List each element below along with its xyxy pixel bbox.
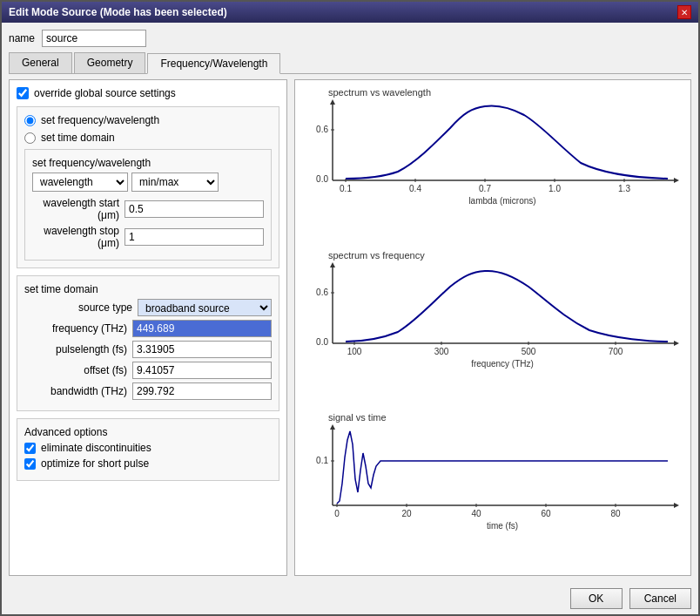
svg-text:60: 60 [541, 509, 551, 518]
time-domain-section: set time domain source type broadband so… [17, 275, 279, 411]
frequency-label: frequency (THz) [24, 322, 132, 335]
offset-input[interactable] [132, 362, 272, 379]
bandwidth-input[interactable] [132, 382, 272, 400]
svg-text:80: 80 [610, 509, 621, 518]
short-pulse-label: optimize for short pulse [41, 457, 149, 470]
svg-text:700: 700 [609, 347, 623, 356]
pulselength-label: pulselength (fs) [24, 343, 132, 355]
chart-1-svg: 0.6 0.0 0.1 0.4 0.7 1.0 1.3 [302, 98, 683, 211]
cancel-button[interactable]: Cancel [629, 588, 691, 609]
svg-text:20: 20 [401, 509, 412, 518]
freq-wave-outer-section: set frequency/wavelength set time domain… [17, 106, 279, 268]
chart-1-title: spectrum vs wavelength [328, 87, 683, 98]
bandwidth-label: bandwidth (THz) [24, 385, 132, 397]
dropdown-row: wavelength min/max [32, 173, 264, 192]
svg-text:time (fs): time (fs) [487, 521, 518, 531]
name-label: name [9, 32, 35, 44]
right-panel: spectrum vs wavelength 0.6 0.0 0.1 [294, 79, 691, 576]
radio-freq-wave-label: set frequency/wavelength [41, 114, 159, 126]
bandwidth-row: bandwidth (THz) [24, 382, 272, 400]
wavelength-stop-input[interactable] [125, 228, 264, 246]
override-checkbox[interactable] [17, 87, 29, 99]
override-row: override global source settings [17, 87, 279, 99]
freq-wave-section-title: set frequency/wavelength [32, 157, 264, 169]
svg-text:300: 300 [434, 347, 449, 356]
source-type-row: source type broadband source [24, 299, 272, 316]
chart-3-title: signal vs time [328, 412, 683, 423]
wavelength-dropdown[interactable]: wavelength [32, 173, 128, 192]
short-pulse-checkbox[interactable] [24, 458, 36, 470]
frequency-input[interactable] [132, 320, 272, 337]
freq-wave-inner-section: set frequency/wavelength wavelength min/… [24, 149, 272, 261]
svg-text:lambda (microns): lambda (microns) [468, 196, 535, 206]
svg-text:1.3: 1.3 [618, 184, 630, 193]
offset-label: offset (fs) [24, 364, 132, 376]
discontinuities-label: eliminate discontinuities [41, 442, 151, 454]
radio-time-domain-label: set time domain [41, 132, 115, 144]
svg-text:0.0: 0.0 [316, 174, 328, 184]
chart-2-title: spectrum vs frequency [328, 250, 683, 261]
svg-marker-2 [330, 99, 335, 105]
name-input[interactable] [42, 30, 146, 47]
tab-frequency-wavelength[interactable]: Frequency/Wavelength [147, 53, 280, 74]
svg-text:100: 100 [347, 347, 362, 356]
ok-button[interactable]: OK [570, 588, 623, 609]
tab-geometry[interactable]: Geometry [74, 52, 146, 73]
chart-3: signal vs time 0.1 0 20 40 [302, 412, 683, 568]
wavelength-start-label: wavelength start (μm) [32, 197, 125, 221]
chart-2: spectrum vs frequency 0.6 0.0 100 300 [302, 250, 683, 406]
chart-3-svg: 0.1 0 20 40 60 80 time (fs) [302, 423, 683, 536]
svg-text:1.0: 1.0 [549, 184, 561, 193]
source-type-select[interactable]: broadband source [138, 299, 272, 316]
svg-text:0.4: 0.4 [409, 184, 421, 193]
advanced-title: Advanced options [24, 426, 272, 438]
wavelength-stop-row: wavelength stop (μm) [32, 225, 264, 249]
tab-bar: General Geometry Frequency/Wavelength [9, 52, 691, 74]
discontinuities-checkbox[interactable] [24, 443, 36, 454]
radio-row-1: set frequency/wavelength [24, 114, 272, 126]
svg-text:40: 40 [471, 509, 481, 518]
left-panel: override global source settings set freq… [9, 79, 287, 576]
svg-text:0.0: 0.0 [316, 337, 328, 347]
main-content: override global source settings set freq… [9, 79, 691, 576]
name-row: name [9, 30, 691, 47]
wavelength-stop-label: wavelength stop (μm) [32, 225, 125, 249]
bottom-buttons: OK Cancel [2, 583, 698, 614]
content-area: name General Geometry Frequency/Waveleng… [2, 23, 698, 583]
discontinuities-row: eliminate discontinuities [24, 442, 272, 454]
pulselength-input[interactable] [132, 341, 272, 358]
minmax-dropdown[interactable]: min/max [131, 173, 219, 192]
svg-text:0.6: 0.6 [316, 125, 328, 134]
radio-time-domain[interactable] [24, 132, 36, 144]
svg-marker-21 [674, 341, 679, 346]
svg-marker-37 [674, 503, 679, 508]
svg-marker-20 [330, 262, 335, 267]
override-label: override global source settings [34, 87, 176, 99]
radio-freq-wave[interactable] [24, 115, 36, 126]
offset-row: offset (fs) [24, 362, 272, 379]
close-button[interactable]: ✕ [677, 5, 691, 19]
tab-general[interactable]: General [9, 52, 72, 73]
radio-row-2: set time domain [24, 132, 272, 144]
chart-2-svg: 0.6 0.0 100 300 500 700 frequency (THz) [302, 261, 683, 374]
svg-text:0.7: 0.7 [479, 184, 491, 193]
svg-text:0: 0 [334, 509, 340, 518]
svg-text:0.1: 0.1 [340, 184, 352, 193]
short-pulse-row: optimize for short pulse [24, 457, 272, 470]
wavelength-start-row: wavelength start (μm) [32, 197, 264, 221]
wavelength-start-input[interactable] [125, 200, 264, 218]
main-window: Edit Mode Source (Mode has been selected… [0, 0, 700, 616]
source-type-label: source type [24, 301, 138, 314]
svg-text:0.6: 0.6 [316, 288, 328, 297]
svg-text:500: 500 [522, 347, 536, 356]
advanced-section: Advanced options eliminate discontinuiti… [17, 418, 279, 481]
svg-text:frequency (THz): frequency (THz) [471, 359, 534, 369]
window-title: Edit Mode Source (Mode has been selected… [9, 6, 227, 18]
svg-marker-3 [674, 178, 679, 183]
chart-1: spectrum vs wavelength 0.6 0.0 0.1 [302, 87, 683, 243]
svg-marker-36 [330, 424, 335, 430]
svg-text:0.1: 0.1 [316, 456, 328, 465]
time-domain-title: set time domain [24, 283, 272, 295]
title-bar: Edit Mode Source (Mode has been selected… [2, 2, 698, 23]
pulselength-row: pulselength (fs) [24, 341, 272, 358]
